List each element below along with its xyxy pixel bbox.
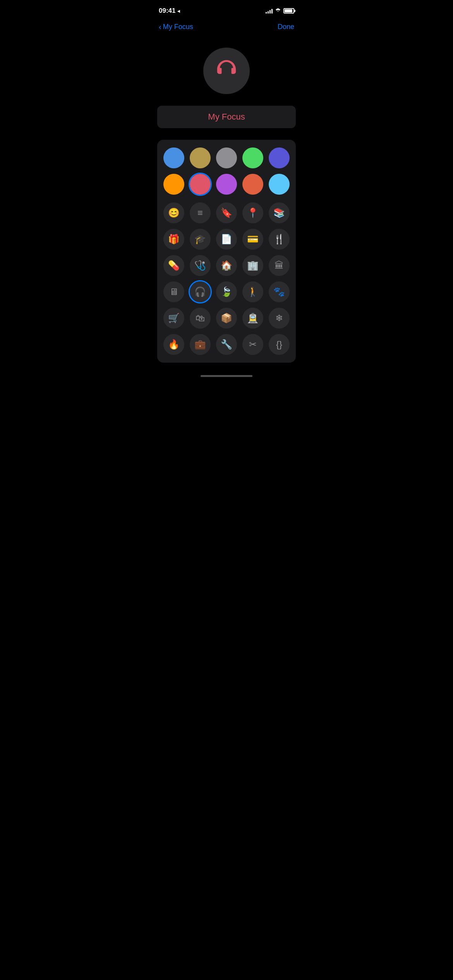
focus-headphone-icon — [215, 57, 238, 85]
home-bar — [201, 375, 252, 377]
done-button[interactable]: Done — [278, 23, 294, 31]
person-icon[interactable]: 🚶 — [242, 281, 263, 302]
color-swatch-purple[interactable] — [216, 174, 237, 195]
color-swatch-gray[interactable] — [216, 147, 237, 168]
status-time: 09:41 ◂ — [159, 7, 180, 15]
house-icon[interactable]: 🏠 — [216, 255, 237, 276]
bag-icon[interactable]: 🛍 — [190, 308, 211, 329]
color-swatch-indigo[interactable] — [269, 147, 290, 168]
location-icon: ◂ — [177, 8, 180, 14]
icon-grid: 😊≡🔖📍📚🎁🎓📄💳🍴💊🩺🏠🏢🏛🖥🎧🍃🚶🐾🛒🛍📦🚊❄🔥💼🔧✂{} — [163, 202, 290, 355]
nav-bar: ‹ My Focus Done — [151, 19, 302, 36]
home-indicator — [151, 370, 302, 380]
battery-icon — [283, 8, 294, 14]
leaf-icon[interactable]: 🍃 — [216, 281, 237, 302]
code-icon[interactable]: {} — [269, 334, 290, 355]
color-swatch-tan[interactable] — [190, 147, 211, 168]
headphones-icon[interactable]: 🎧 — [190, 281, 211, 302]
tools-icon[interactable]: 🔧 — [216, 334, 237, 355]
color-swatch-green[interactable] — [242, 147, 263, 168]
scissors-icon[interactable]: ✂ — [242, 334, 263, 355]
train-icon[interactable]: 🚊 — [242, 308, 263, 329]
signal-bars — [266, 9, 273, 14]
chevron-left-icon: ‹ — [159, 22, 161, 31]
fork-icon[interactable]: 🍴 — [269, 229, 290, 250]
picker-container: 😊≡🔖📍📚🎁🎓📄💳🍴💊🩺🏠🏢🏛🖥🎧🍃🚶🐾🛒🛍📦🚊❄🔥💼🔧✂{} — [157, 140, 296, 363]
back-label[interactable]: My Focus — [163, 23, 193, 31]
list-icon[interactable]: ≡ — [190, 202, 211, 223]
wifi-icon — [275, 8, 281, 14]
paw-icon[interactable]: 🐾 — [269, 281, 290, 302]
bookmark-icon[interactable]: 🔖 — [216, 202, 237, 223]
cart-icon[interactable]: 🛒 — [163, 308, 184, 329]
emoji-icon[interactable]: 😊 — [163, 202, 184, 223]
snowflake-icon[interactable]: ❄ — [269, 308, 290, 329]
color-swatch-blue[interactable] — [163, 147, 184, 168]
back-button[interactable]: ‹ My Focus — [159, 22, 193, 31]
color-swatch-cyan[interactable] — [269, 174, 290, 195]
gift-icon[interactable]: 🎁 — [163, 229, 184, 250]
name-input-container — [151, 106, 302, 128]
graduation-icon[interactable]: 🎓 — [190, 229, 211, 250]
bank-icon[interactable]: 🏛 — [269, 255, 290, 276]
focus-name-input[interactable] — [157, 106, 296, 128]
document-icon[interactable]: 📄 — [216, 229, 237, 250]
building-icon[interactable]: 🏢 — [242, 255, 263, 276]
monitor-icon[interactable]: 🖥 — [163, 281, 184, 302]
pills-icon[interactable]: 💊 — [163, 255, 184, 276]
flame-icon[interactable]: 🔥 — [163, 334, 184, 355]
color-swatch-red[interactable] — [190, 174, 211, 195]
color-swatch-coral[interactable] — [242, 174, 263, 195]
creditcard-icon[interactable]: 💳 — [242, 229, 263, 250]
color-grid — [163, 147, 290, 195]
icon-header — [151, 36, 302, 102]
status-icons — [266, 8, 294, 14]
battery-fill — [285, 9, 292, 12]
books-icon[interactable]: 📚 — [269, 202, 290, 223]
stethoscope-icon[interactable]: 🩺 — [190, 255, 211, 276]
color-swatch-orange[interactable] — [163, 174, 184, 195]
focus-icon-circle — [203, 48, 250, 94]
briefcase-icon[interactable]: 💼 — [190, 334, 211, 355]
pin-icon[interactable]: 📍 — [242, 202, 263, 223]
time-display: 09:41 — [159, 7, 175, 15]
box-icon[interactable]: 📦 — [216, 308, 237, 329]
status-bar: 09:41 ◂ — [151, 0, 302, 19]
